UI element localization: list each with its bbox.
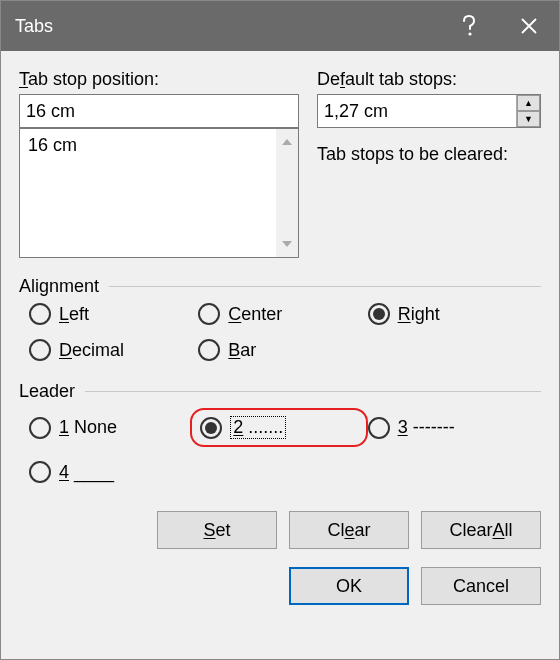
alignment-left-radio[interactable]: Left — [29, 303, 198, 325]
help-button[interactable] — [439, 1, 499, 51]
scroll-up-icon[interactable] — [276, 131, 298, 153]
tab-stop-position-label: Tab stop position: — [19, 69, 299, 90]
spin-up-button[interactable]: ▲ — [517, 95, 540, 111]
tab-stops-listbox[interactable]: 16 cm — [19, 128, 299, 258]
default-tab-stops-spinner[interactable]: 1,27 cm ▲ ▼ — [317, 94, 541, 128]
scroll-down-icon[interactable] — [276, 233, 298, 255]
close-icon — [520, 17, 538, 35]
cancel-button[interactable]: Cancel — [421, 567, 541, 605]
leader-1-none-radio[interactable]: 1 None — [29, 408, 198, 447]
scrollbar[interactable] — [276, 129, 298, 257]
tabs-dialog: Tabs Tab stop position: 16 cm — [0, 0, 560, 660]
help-icon — [462, 15, 476, 37]
tab-stop-position-input[interactable]: 16 cm — [19, 94, 299, 128]
leader-4-underscore-radio[interactable]: 4 ____ — [29, 461, 198, 483]
default-tab-stops-label: Default tab stops: — [317, 69, 541, 90]
set-button[interactable]: Set — [157, 511, 277, 549]
dialog-title: Tabs — [15, 16, 439, 37]
tab-stops-cleared-label: Tab stops to be cleared: — [317, 144, 541, 165]
list-item[interactable]: 16 cm — [28, 133, 274, 158]
clear-button[interactable]: Clear — [289, 511, 409, 549]
alignment-decimal-radio[interactable]: Decimal — [29, 339, 198, 361]
alignment-group-label: Alignment — [19, 276, 541, 297]
svg-point-0 — [468, 32, 471, 35]
spin-down-button[interactable]: ▼ — [517, 111, 540, 127]
clear-all-button[interactable]: Clear All — [421, 511, 541, 549]
titlebar: Tabs — [1, 1, 559, 51]
alignment-bar-radio[interactable]: Bar — [198, 339, 367, 361]
close-button[interactable] — [499, 1, 559, 51]
highlight-annotation: 2 ....... — [190, 408, 367, 447]
ok-button[interactable]: OK — [289, 567, 409, 605]
alignment-center-radio[interactable]: Center — [198, 303, 367, 325]
leader-2-dots-radio[interactable]: 2 ....... — [200, 416, 286, 439]
leader-group-label: Leader — [19, 381, 541, 402]
alignment-right-radio[interactable]: Right — [368, 303, 537, 325]
leader-3-dashes-radio[interactable]: 3 ------- — [368, 408, 537, 447]
